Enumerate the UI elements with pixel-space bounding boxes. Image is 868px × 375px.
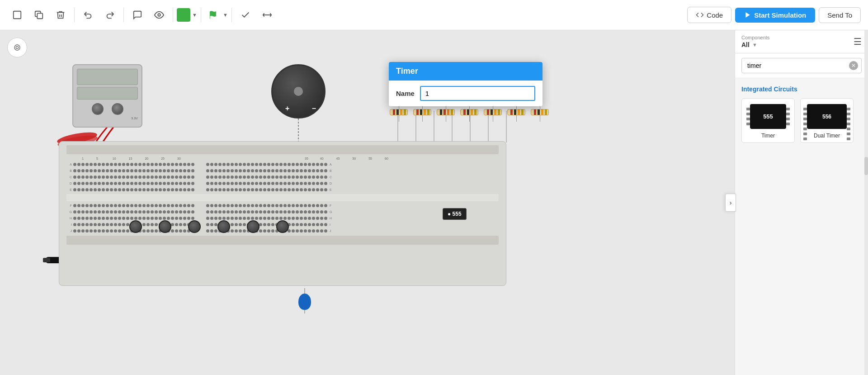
components-list: Integrated Circuits 555 (735, 78, 868, 375)
buzzer-plus: + (285, 104, 289, 113)
copy-button[interactable] (29, 5, 49, 25)
flip-button[interactable] (257, 5, 277, 25)
multimeter-knob-right (112, 103, 123, 115)
push-button-4[interactable] (217, 220, 230, 233)
components-grid: 555 Timer (741, 98, 862, 143)
panel-header-left: Components All ▼ (741, 35, 769, 48)
delete-button[interactable] (51, 5, 71, 25)
component-timer-label: Timer (761, 133, 775, 139)
multimeter-knob-left (92, 103, 104, 115)
sendto-button[interactable]: Send To (819, 7, 861, 23)
timer-name-label: Name (396, 90, 415, 97)
buzzer-center (294, 87, 303, 96)
capacitor-body (298, 294, 311, 310)
timer-name-input[interactable] (420, 86, 535, 101)
svg-rect-0 (14, 11, 21, 19)
chip-555-icon: 555 (750, 104, 786, 129)
search-clear-button[interactable]: ✕ (849, 61, 858, 70)
filter-label: All (741, 41, 750, 48)
sep1 (74, 8, 75, 22)
chip-556-icon: 556 (807, 104, 847, 129)
svg-rect-1 (37, 13, 42, 19)
chip-on-breadboard[interactable]: ● 555 (443, 208, 467, 220)
panel-header: Components All ▼ ☰ (735, 30, 868, 53)
buzzer: + − (271, 64, 326, 119)
multimeter: 9.9V (72, 64, 142, 128)
sep5 (231, 8, 232, 22)
svg-point-2 (158, 14, 160, 16)
simulate-label: Start Simulation (754, 11, 806, 19)
code-label: Code (707, 11, 723, 19)
code-button[interactable]: Code (687, 7, 731, 23)
push-button-3[interactable] (188, 220, 201, 233)
annotation-button[interactable] (236, 5, 255, 25)
comment-button[interactable] (127, 5, 147, 25)
timer-dialog-header: Timer (389, 62, 542, 81)
panel-collapse-chevron[interactable]: › (725, 194, 736, 212)
multimeter-screen-top (77, 69, 138, 85)
scrollbar-track[interactable] (864, 30, 868, 375)
push-button-2[interactable] (159, 220, 171, 233)
sep2 (123, 8, 124, 22)
sep3 (173, 8, 173, 22)
components-label: Components (741, 35, 769, 40)
multimeter-screen-bottom (77, 87, 138, 100)
list-view-icon[interactable]: ☰ (854, 36, 862, 47)
new-button[interactable] (7, 5, 27, 25)
push-button-6[interactable] (276, 220, 289, 233)
color-picker-button[interactable] (177, 8, 190, 22)
push-button-5[interactable] (247, 220, 259, 233)
component-dual-timer-556[interactable]: 556 Dual Timer (800, 98, 854, 143)
search-container: ✕ (735, 53, 868, 78)
zoom-control[interactable] (7, 38, 27, 57)
timer-dialog-title: Timer (396, 66, 418, 76)
toolbar-right: Code Start Simulation Send To (687, 7, 861, 23)
component-dual-timer-label: Dual Timer (814, 133, 840, 139)
flag-button[interactable] (205, 5, 221, 25)
timer-dialog-body: Name (389, 81, 542, 106)
filter-dropdown-icon[interactable]: ▼ (752, 42, 757, 47)
undo-button[interactable] (78, 5, 98, 25)
svg-marker-5 (746, 12, 750, 18)
breadboard: // dots will be created by JS below 1 (59, 141, 506, 286)
scrollbar-thumb[interactable] (864, 157, 868, 175)
sendto-label: Send To (827, 11, 852, 19)
svg-point-7 (16, 46, 18, 48)
view-button[interactable] (149, 5, 169, 25)
search-input[interactable] (741, 58, 862, 73)
push-button-1[interactable] (129, 220, 142, 233)
redo-button[interactable] (100, 5, 120, 25)
simulate-button[interactable]: Start Simulation (735, 8, 815, 23)
timer-dialog: Timer Name (389, 62, 542, 106)
canvas-area[interactable]: 9.9V + − (0, 30, 735, 375)
sep4 (201, 8, 201, 22)
svg-point-6 (14, 45, 20, 50)
svg-rect-13 (43, 258, 50, 262)
flag-dropdown-arrow[interactable]: ▼ (223, 12, 228, 18)
right-panel: › Components All ▼ ☰ ✕ Integrated Circui… (735, 30, 868, 375)
buzzer-minus: − (312, 104, 316, 113)
toolbar: ▼ ▼ Code Start Simulation Send To (0, 0, 868, 30)
capacitor (298, 288, 311, 313)
component-timer-555[interactable]: 555 Timer (741, 98, 795, 143)
main-area: 9.9V + − (0, 30, 868, 375)
section-title: Integrated Circuits (741, 85, 862, 93)
multimeter-knobs (92, 103, 123, 115)
color-dropdown-arrow[interactable]: ▼ (192, 12, 197, 18)
